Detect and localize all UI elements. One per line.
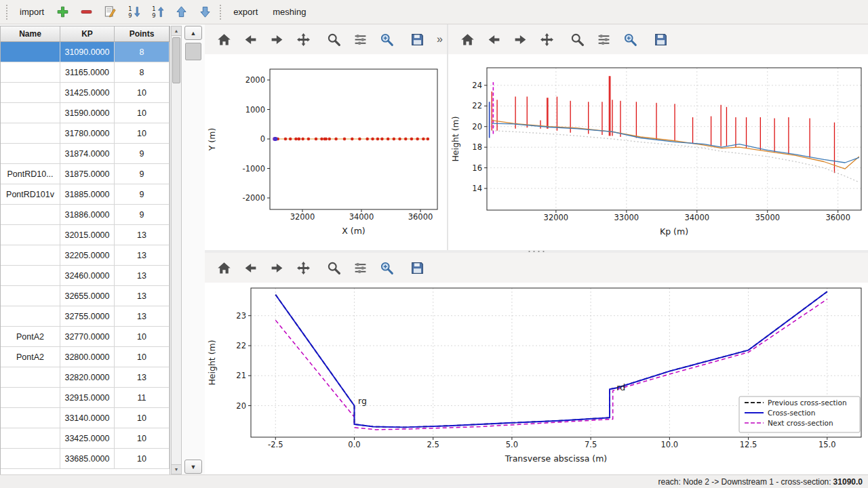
forward-button[interactable] bbox=[267, 29, 288, 50]
sort-descending-button[interactable]: 19 bbox=[125, 3, 142, 21]
table-row[interactable]: 32655.000013 bbox=[1, 286, 170, 306]
cell-kp[interactable]: 32755.0000 bbox=[60, 306, 115, 327]
cell-name[interactable] bbox=[1, 367, 60, 388]
cell-kp[interactable]: 32015.0000 bbox=[60, 225, 115, 245]
table-row[interactable]: PontA232770.000010 bbox=[1, 327, 170, 347]
back-button[interactable] bbox=[240, 258, 261, 279]
table-row[interactable]: 31425.000010 bbox=[1, 83, 170, 103]
home-button[interactable] bbox=[214, 29, 235, 50]
cross-section-plot[interactable]: rgrd-2.50.02.55.07.510.012.515.020212223… bbox=[205, 283, 868, 474]
cell-points[interactable]: 10 bbox=[115, 123, 170, 144]
column-header-points[interactable]: Points bbox=[115, 26, 170, 42]
cell-points[interactable]: 13 bbox=[115, 306, 170, 327]
navigator-thumb[interactable] bbox=[185, 43, 201, 60]
cell-kp[interactable]: 31425.0000 bbox=[60, 83, 115, 103]
cell-kp[interactable]: 31874.0000 bbox=[60, 144, 115, 164]
cell-name[interactable] bbox=[1, 123, 60, 144]
table-row[interactable]: PontRD10...31875.00009 bbox=[1, 164, 170, 184]
cell-name[interactable] bbox=[1, 103, 60, 123]
cell-kp[interactable]: 32820.0000 bbox=[60, 367, 115, 388]
cell-points[interactable]: 13 bbox=[115, 367, 170, 388]
edit-parameters-button[interactable] bbox=[620, 29, 641, 50]
cell-points[interactable]: 11 bbox=[115, 388, 170, 408]
table-row[interactable]: 33425.000010 bbox=[1, 428, 170, 449]
subplots-button[interactable] bbox=[350, 29, 371, 50]
cell-kp[interactable]: 32770.0000 bbox=[60, 327, 115, 347]
cell-name[interactable] bbox=[1, 449, 60, 469]
back-button[interactable] bbox=[484, 29, 505, 50]
cell-name[interactable] bbox=[1, 42, 60, 62]
cell-kp[interactable]: 31886.0000 bbox=[60, 205, 115, 225]
zoom-button[interactable] bbox=[567, 29, 588, 50]
cell-points[interactable]: 10 bbox=[115, 428, 170, 449]
cell-points[interactable]: 13 bbox=[115, 225, 170, 245]
table-row[interactable]: 31165.00008 bbox=[1, 62, 170, 83]
table-row[interactable]: 31874.00009 bbox=[1, 144, 170, 164]
plan-view-plot[interactable]: 320003400036000-2000-1000010002000X (m)Y… bbox=[205, 54, 447, 250]
export-button[interactable]: export bbox=[228, 3, 263, 20]
scrollbar-thumb[interactable] bbox=[172, 37, 180, 83]
next-section-button[interactable]: ▼ bbox=[184, 460, 202, 474]
cell-name[interactable] bbox=[1, 428, 60, 449]
pan-button[interactable] bbox=[536, 29, 557, 50]
save-button[interactable] bbox=[407, 258, 428, 279]
scrollbar-down-button[interactable]: ▼ bbox=[172, 464, 181, 474]
table-row[interactable]: 31886.00009 bbox=[1, 205, 170, 225]
table-row[interactable]: 31780.000010 bbox=[1, 123, 170, 144]
remove-button[interactable] bbox=[77, 3, 95, 21]
cell-name[interactable] bbox=[1, 62, 60, 83]
forward-button[interactable] bbox=[510, 29, 531, 50]
home-button[interactable] bbox=[214, 258, 235, 279]
cell-points[interactable]: 10 bbox=[115, 408, 170, 428]
cell-kp[interactable]: 31885.0000 bbox=[60, 184, 115, 205]
cell-kp[interactable]: 31875.0000 bbox=[60, 164, 115, 184]
table-row[interactable]: 33685.000010 bbox=[1, 449, 170, 469]
cell-kp[interactable]: 33425.0000 bbox=[60, 428, 115, 449]
cell-kp[interactable]: 33140.0000 bbox=[60, 408, 115, 428]
cell-name[interactable] bbox=[1, 144, 60, 164]
column-header-kp[interactable]: KP bbox=[60, 26, 115, 42]
pan-button[interactable] bbox=[293, 29, 314, 50]
cell-points[interactable]: 8 bbox=[115, 62, 170, 83]
cell-kp[interactable]: 32460.0000 bbox=[60, 266, 115, 286]
cell-kp[interactable]: 32655.0000 bbox=[60, 286, 115, 306]
table-row[interactable]: 32460.000013 bbox=[1, 266, 170, 286]
cell-points[interactable]: 10 bbox=[115, 83, 170, 103]
cell-name[interactable] bbox=[1, 225, 60, 245]
cell-points[interactable]: 8 bbox=[115, 42, 170, 62]
add-button[interactable] bbox=[54, 3, 71, 21]
cell-name[interactable] bbox=[1, 83, 60, 103]
table-row[interactable]: PontA232800.000010 bbox=[1, 347, 170, 367]
cell-points[interactable]: 13 bbox=[115, 245, 170, 266]
sort-ascending-button[interactable]: 19 bbox=[149, 3, 166, 21]
table-row[interactable]: 31590.000010 bbox=[1, 103, 170, 123]
cell-points[interactable]: 9 bbox=[115, 205, 170, 225]
cell-kp[interactable]: 33685.0000 bbox=[60, 449, 115, 469]
import-button[interactable]: import bbox=[14, 3, 50, 20]
scrollbar-up-button[interactable]: ▲ bbox=[172, 26, 181, 36]
cell-points[interactable]: 13 bbox=[115, 286, 170, 306]
zoom-button[interactable] bbox=[323, 258, 344, 279]
move-up-button[interactable] bbox=[172, 3, 190, 21]
forward-button[interactable] bbox=[267, 258, 288, 279]
table-row[interactable]: 32755.000013 bbox=[1, 306, 170, 327]
cell-points[interactable]: 13 bbox=[115, 266, 170, 286]
back-button[interactable] bbox=[240, 29, 261, 50]
cell-points[interactable]: 10 bbox=[115, 347, 170, 367]
zoom-button[interactable] bbox=[323, 29, 344, 50]
previous-section-button[interactable]: ▲ bbox=[184, 26, 202, 40]
cell-points[interactable]: 10 bbox=[115, 327, 170, 347]
cell-kp[interactable]: 31780.0000 bbox=[60, 123, 115, 144]
subplots-button[interactable] bbox=[593, 29, 614, 50]
cell-kp[interactable]: 32205.0000 bbox=[60, 245, 115, 266]
cell-name[interactable]: PontRD101v bbox=[1, 184, 60, 205]
longitudinal-profile-plot[interactable]: 3200033000340003500036000141618202224Kp … bbox=[448, 54, 868, 250]
table-row[interactable]: PontRD101v31885.00009 bbox=[1, 184, 170, 205]
move-down-button[interactable] bbox=[196, 3, 214, 21]
cell-points[interactable]: 9 bbox=[115, 164, 170, 184]
cell-kp[interactable]: 31090.0000 bbox=[60, 42, 115, 62]
cell-name[interactable]: PontA2 bbox=[1, 347, 60, 367]
table-row[interactable]: 31090.00008 bbox=[1, 42, 170, 62]
toolbar-overflow-button[interactable]: » bbox=[437, 33, 443, 45]
table-row[interactable]: 32205.000013 bbox=[1, 245, 170, 266]
